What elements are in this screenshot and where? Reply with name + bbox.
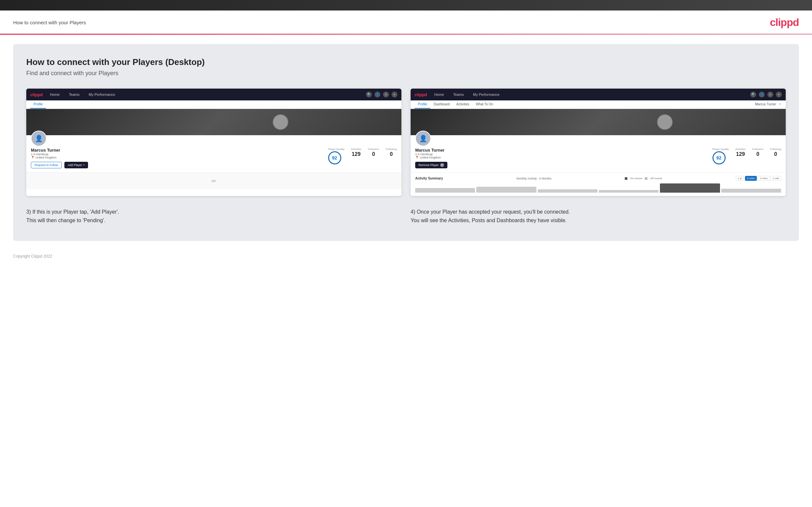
user-icon-2[interactable]: 👤 <box>759 92 765 98</box>
page-header: How to connect with your Players clippd <box>0 10 812 34</box>
settings-icon-2[interactable]: ⚙ <box>767 92 773 98</box>
activities-block-1: Activities 129 <box>351 148 361 157</box>
player-name-1: Marcus Turner <box>31 148 323 153</box>
following-block-2: Following 0 <box>770 148 781 157</box>
clippd-logo: clippd <box>770 16 799 29</box>
bar-1 <box>415 188 475 192</box>
period-buttons: 1 yr 6 mths 3 mths 1 mth <box>736 176 781 181</box>
bar-3 <box>538 189 598 192</box>
period-1yr[interactable]: 1 yr <box>736 176 744 181</box>
pq-circle-2: 92 <box>712 151 726 164</box>
off-course-label: Off course <box>650 177 662 180</box>
app-logo-1: clippd <box>30 92 43 97</box>
tab-activities-2[interactable]: Activities <box>453 100 472 109</box>
avatar-1: 👤 <box>31 130 47 146</box>
profile-info-2: 👤 Marcus Turner 1-5 Handicap 📍 United Ki… <box>411 135 786 172</box>
pq-block-1: Player Quality 92 <box>328 148 345 164</box>
page-footer: Copyright Clippd 2022 <box>0 250 812 263</box>
user-icon-1[interactable]: 👤 <box>374 92 380 98</box>
followers-block-1: Followers 0 <box>368 148 379 157</box>
search-icon-1[interactable]: 🔍 <box>366 92 372 98</box>
nav-teams-2[interactable]: Teams <box>451 91 466 98</box>
description-text-1: 3) If this is your Player tap, 'Add Play… <box>26 208 401 224</box>
player-handicap-2: 1-5 Handicap <box>415 153 707 156</box>
tab-right-name: Marcus Turner <box>753 100 779 109</box>
search-icon-2[interactable]: 🔍 <box>750 92 756 98</box>
description-text-2: 4) Once your Player has accepted your re… <box>411 208 786 224</box>
descriptions-row: 3) If this is your Player tap, 'Add Play… <box>26 208 786 224</box>
profile-name-section-1: Marcus Turner 1-5 Handicap 📍 United King… <box>31 148 323 168</box>
panel-1: clippd Home Teams My Performance 🔍 👤 ⚙ ●… <box>26 89 401 196</box>
activity-title: Activity Summary <box>415 177 443 180</box>
remove-player-button[interactable]: Remove Player ✕ <box>415 162 447 168</box>
nav-teams-1[interactable]: Teams <box>67 91 82 98</box>
on-course-dot <box>625 177 627 180</box>
tab-what-to-on-2[interactable]: What To On <box>473 100 497 109</box>
header-divider <box>0 34 812 35</box>
chevron-down-icon: ▾ <box>779 100 782 109</box>
followers-block-2: Followers 0 <box>752 148 763 157</box>
period-6mths[interactable]: 6 mths <box>745 176 757 181</box>
copyright-text: Copyright Clippd 2022 <box>13 254 52 259</box>
nav-performance-2[interactable]: My Performance <box>471 91 502 98</box>
profile-stats-2: Player Quality 92 Activities 129 Followe… <box>712 148 781 164</box>
avatar-2: 👤 <box>415 130 431 146</box>
nav-icons-1: 🔍 👤 ⚙ ● <box>366 92 398 98</box>
top-bar <box>0 0 812 10</box>
activity-header: Activity Summary Monthly Activity · 6 Mo… <box>415 176 781 181</box>
app-nav-2: clippd Home Teams My Performance 🔍 👤 ⚙ ● <box>411 89 786 100</box>
app-nav-1: clippd Home Teams My Performance 🔍 👤 ⚙ ● <box>26 89 401 100</box>
following-block-1: Following 0 <box>386 148 397 157</box>
player-name-2: Marcus Turner <box>415 148 707 153</box>
panels-row: clippd Home Teams My Performance 🔍 👤 ⚙ ●… <box>26 89 786 196</box>
period-3mths[interactable]: 3 mths <box>758 176 770 181</box>
add-player-button-1[interactable]: Add Player + <box>64 162 88 168</box>
app-tabs-2: Profile Dashboard Activities What To On … <box>411 100 786 109</box>
pq-block-2: Player Quality 92 <box>712 148 729 164</box>
tab-profile-1[interactable]: Profile <box>30 100 46 109</box>
player-country-2: 📍 United Kingdom <box>415 156 707 159</box>
nav-home-2[interactable]: Home <box>432 91 446 98</box>
description-1: 3) If this is your Player tap, 'Add Play… <box>26 208 401 224</box>
follow-button-1[interactable]: Request to Follow <box>31 162 62 168</box>
tab-dashboard-2[interactable]: Dashboard <box>430 100 453 109</box>
scroll-icon-1: ✏ <box>211 177 216 185</box>
profile-buttons-1: Request to Follow Add Player + <box>31 162 323 168</box>
bar-5 <box>660 183 720 192</box>
tab-profile-2[interactable]: Profile <box>414 100 430 109</box>
profile-details-1: Marcus Turner 1-5 Handicap 📍 United King… <box>31 148 397 168</box>
period-1mth[interactable]: 1 mth <box>771 176 781 181</box>
activity-legend: On course Off course <box>625 177 662 180</box>
player-country-1: 📍 United Kingdom <box>31 156 323 159</box>
player-handicap-1: 1-5 Handicap <box>31 153 323 156</box>
section-subtitle: Find and connect with your Players <box>26 70 786 77</box>
description-2: 4) Once your Player has accepted your re… <box>411 208 786 224</box>
nav-icons-2: 🔍 👤 ⚙ ● <box>750 92 782 98</box>
main-content: How to connect with your Players (Deskto… <box>13 44 799 241</box>
on-course-label: On course <box>630 177 642 180</box>
pq-circle-1: 92 <box>328 151 341 164</box>
bar-4 <box>599 190 659 192</box>
bar-2 <box>476 187 536 192</box>
profile-buttons-2: Remove Player ✕ <box>415 162 707 168</box>
bar-6 <box>721 189 781 192</box>
profile-banner-2 <box>411 109 786 135</box>
nav-performance-1[interactable]: My Performance <box>87 91 117 98</box>
location-icon-1: 📍 <box>31 156 35 159</box>
scroll-hint-1: ✏ <box>26 172 401 189</box>
page-title: How to connect with your Players <box>13 20 86 25</box>
activity-summary: Activity Summary Monthly Activity · 6 Mo… <box>411 172 786 196</box>
remove-x-icon: ✕ <box>440 163 444 167</box>
avatar-icon-2[interactable]: ● <box>776 92 782 98</box>
app-logo-2: clippd <box>414 92 427 97</box>
activity-period: Monthly Activity · 6 Months <box>516 177 552 180</box>
nav-home-1[interactable]: Home <box>48 91 61 98</box>
profile-stats-1: Player Quality 92 Activities 129 Followe… <box>328 148 397 164</box>
location-icon-2: 📍 <box>415 156 419 159</box>
avatar-icon-1[interactable]: ● <box>392 92 398 98</box>
profile-banner-1 <box>26 109 401 135</box>
off-course-dot <box>645 177 648 180</box>
profile-details-2: Marcus Turner 1-5 Handicap 📍 United King… <box>415 148 781 168</box>
settings-icon-1[interactable]: ⚙ <box>383 92 389 98</box>
profile-info-1: 👤 Marcus Turner 1-5 Handicap 📍 United Ki… <box>26 135 401 172</box>
